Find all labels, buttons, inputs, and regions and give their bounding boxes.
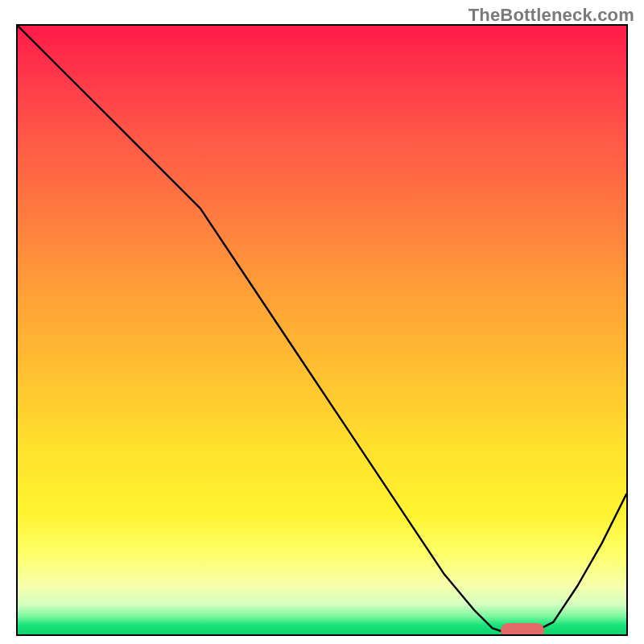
bottleneck-curve bbox=[18, 26, 626, 634]
chart-area bbox=[16, 24, 628, 636]
optimum-range-marker bbox=[501, 623, 543, 636]
watermark-text: TheBottleneck.com bbox=[469, 5, 634, 26]
